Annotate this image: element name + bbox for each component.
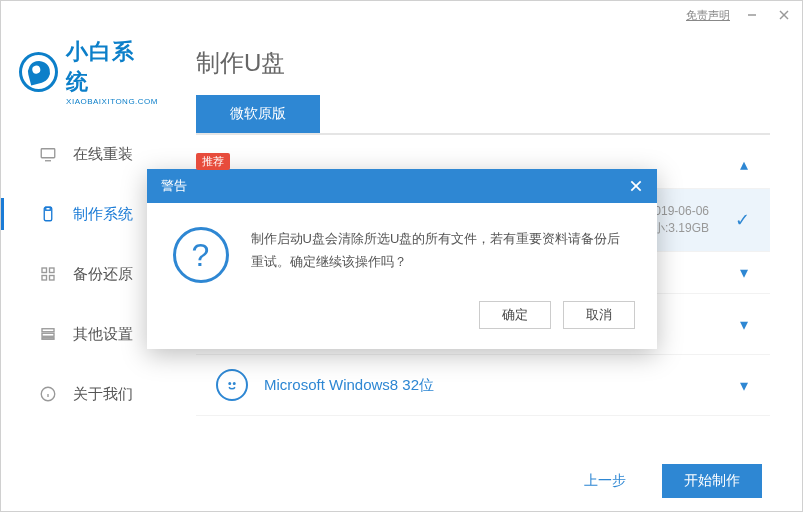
modal-overlay: 警告 ? 制作启动U盘会清除所选U盘的所有文件，若有重要资料请备份后重试。确定继… [1,1,802,511]
dialog-header: 警告 [147,169,657,203]
question-icon: ? [173,227,229,283]
recommend-badge: 推荐 [196,153,230,170]
cancel-button[interactable]: 取消 [563,301,635,329]
dialog-body: ? 制作启动U盘会清除所选U盘的所有文件，若有重要资料请备份后重试。确定继续该操… [147,203,657,301]
ok-button[interactable]: 确定 [479,301,551,329]
dialog-title: 警告 [161,177,187,195]
dialog-footer: 确定 取消 [147,301,657,349]
dialog-message: 制作启动U盘会清除所选U盘的所有文件，若有重要资料请备份后重试。确定继续该操作吗… [251,227,631,283]
warning-dialog: 警告 ? 制作启动U盘会清除所选U盘的所有文件，若有重要资料请备份后重试。确定继… [147,169,657,349]
dialog-close-button[interactable] [625,175,647,197]
app-window: 免责声明 小白系统 XIAOBAIXITONG.COM 在线重装 制作系统 [0,0,803,512]
